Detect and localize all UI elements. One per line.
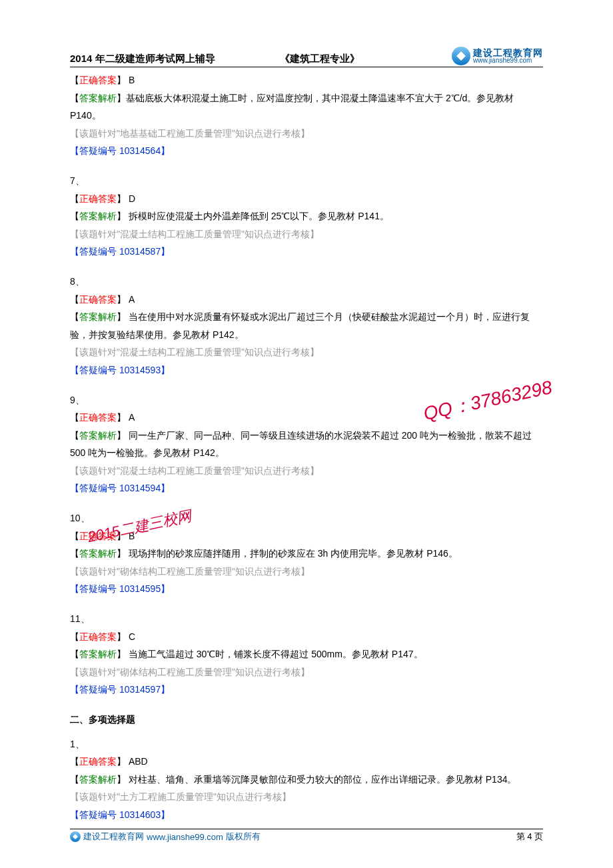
correct-answer-label: 正确答案	[79, 193, 117, 204]
doubt-id: 【答疑编号 10314564】	[70, 142, 543, 160]
correct-answer-label: 正确答案	[79, 75, 117, 85]
question-number: 8、	[70, 273, 543, 291]
footer-url: www.jianshe99.com	[147, 832, 223, 842]
answer-content: 【正确答案】 B 【答案解析】基础底板大体积混凝土施工时，应对温度控制，其中混凝…	[70, 71, 543, 824]
analysis-label: 答案解析	[79, 548, 117, 559]
answer-value: D	[126, 193, 135, 204]
topic-line: 【该题针对"土方工程施工质量管理"知识点进行考核】	[70, 788, 543, 806]
doubt-id: 【答疑编号 10314603】	[70, 806, 543, 824]
analysis-label: 答案解析	[79, 774, 117, 785]
analysis-text: 当施工气温超过 30℃时，铺浆长度不得超过 500mm。参见教材 P147。	[126, 649, 423, 659]
analysis-text: 同一生产厂家、同一品种、同一等级且连续进场的水泥袋装不超过 200 吨为一检验批…	[70, 430, 532, 459]
correct-answer-label: 正确答案	[79, 631, 117, 642]
correct-answer-label: 正确答案	[79, 294, 117, 305]
footer-copyright: 版权所有	[226, 831, 261, 843]
page-footer: 建设工程教育网 www.jianshe99.com 版权所有 第 4 页	[70, 829, 543, 843]
answer-value: A	[126, 412, 135, 423]
analysis-text: 基础底板大体积混凝土施工时，应对温度控制，其中混凝土降温速率不宜大于 2℃/d。…	[70, 93, 514, 121]
header-title-center: 《建筑工程专业》	[280, 53, 360, 65]
question-number: 11、	[70, 610, 543, 628]
site-logo: 建设工程教育网 www.jianshe99.com	[452, 47, 543, 65]
section-title: 二、多项选择题	[70, 711, 543, 729]
answer-value: B	[126, 75, 135, 85]
topic-line: 【该题针对"混凝土结构工程施工质量管理"知识点进行考核】	[70, 225, 543, 243]
analysis-text: 当在使用中对水泥质量有怀疑或水泥出厂超过三个月（快硬硅酸盐水泥超过一个月）时，应…	[70, 311, 530, 340]
question-number: 9、	[70, 391, 543, 409]
answer-value: ABD	[126, 756, 148, 767]
logo-text-cn: 建设工程教育网	[473, 48, 543, 57]
page-header: 2014 年二级建造师考试网上辅导 《建筑工程专业》 建设工程教育网 www.j…	[70, 47, 543, 67]
answer-value: C	[126, 631, 135, 642]
answer-value: B	[126, 531, 135, 541]
logo-text-url: www.jianshe99.com	[473, 57, 543, 64]
topic-line: 【该题针对"混凝土结构工程施工质量管理"知识点进行考核】	[70, 343, 543, 361]
topic-line: 【该题针对"混凝土结构工程施工质量管理"知识点进行考核】	[70, 462, 543, 480]
footer-logo-icon	[70, 831, 81, 842]
answer-block: 8、 【正确答案】 A 【答案解析】 当在使用中对水泥质量有怀疑或水泥出厂超过三…	[70, 273, 543, 379]
correct-answer-label: 正确答案	[79, 756, 117, 767]
page-number: 第 4 页	[516, 831, 543, 843]
doubt-id: 【答疑编号 10314597】	[70, 681, 543, 699]
analysis-text: 拆模时应使混凝土内外温差降低到 25℃以下。参见教材 P141。	[126, 211, 389, 221]
analysis-label: 答案解析	[79, 649, 117, 659]
question-number: 10、	[70, 509, 543, 527]
answer-block: 10、 【正确答案】 B 【答案解析】 现场拌制的砂浆应随拌随用，拌制的砂浆应在…	[70, 509, 543, 598]
topic-line: 【该题针对"砌体结构工程施工质量管理"知识点进行考核】	[70, 663, 543, 681]
doubt-id: 【答疑编号 10314587】	[70, 243, 543, 261]
question-number: 1、	[70, 735, 543, 753]
correct-answer-label: 正确答案	[79, 531, 117, 541]
correct-answer-label: 正确答案	[79, 412, 117, 423]
answer-block: 1、 【正确答案】 ABD 【答案解析】 对柱基、墙角、承重墙等沉降灵敏部位和受…	[70, 735, 543, 824]
header-title-left: 2014 年二级建造师考试网上辅导	[70, 53, 215, 65]
analysis-text: 对柱基、墙角、承重墙等沉降灵敏部位和受力较大的部位，应作出详细记录。参见教材 P…	[126, 774, 516, 785]
analysis-label: 答案解析	[79, 211, 117, 221]
topic-line: 【该题针对"地基基础工程施工质量管理"知识点进行考核】	[70, 125, 543, 143]
answer-value: A	[126, 294, 135, 305]
analysis-label: 答案解析	[79, 93, 117, 103]
doubt-id: 【答疑编号 10314593】	[70, 361, 543, 379]
analysis-text: 现场拌制的砂浆应随拌随用，拌制的砂浆应在 3h 内使用完毕。参见教材 P146。	[126, 548, 458, 559]
analysis-label: 答案解析	[79, 430, 117, 441]
doubt-id: 【答疑编号 10314595】	[70, 580, 543, 598]
document-page: 2014 年二级建造师考试网上辅导 《建筑工程专业》 建设工程教育网 www.j…	[0, 0, 613, 868]
answer-block: 【正确答案】 B 【答案解析】基础底板大体积混凝土施工时，应对温度控制，其中混凝…	[70, 71, 543, 160]
logo-icon	[452, 47, 470, 65]
answer-block: 11、 【正确答案】 C 【答案解析】 当施工气温超过 30℃时，铺浆长度不得超…	[70, 610, 543, 699]
question-number: 7、	[70, 172, 543, 190]
topic-line: 【该题针对"砌体结构工程施工质量管理"知识点进行考核】	[70, 563, 543, 581]
answer-block: 7、 【正确答案】 D 【答案解析】 拆模时应使混凝土内外温差降低到 25℃以下…	[70, 172, 543, 261]
answer-block: 9、 【正确答案】 A 【答案解析】 同一生产厂家、同一品种、同一等级且连续进场…	[70, 391, 543, 498]
analysis-label: 答案解析	[79, 311, 117, 322]
doubt-id: 【答疑编号 10314594】	[70, 479, 543, 497]
footer-site-name: 建设工程教育网	[83, 831, 144, 843]
